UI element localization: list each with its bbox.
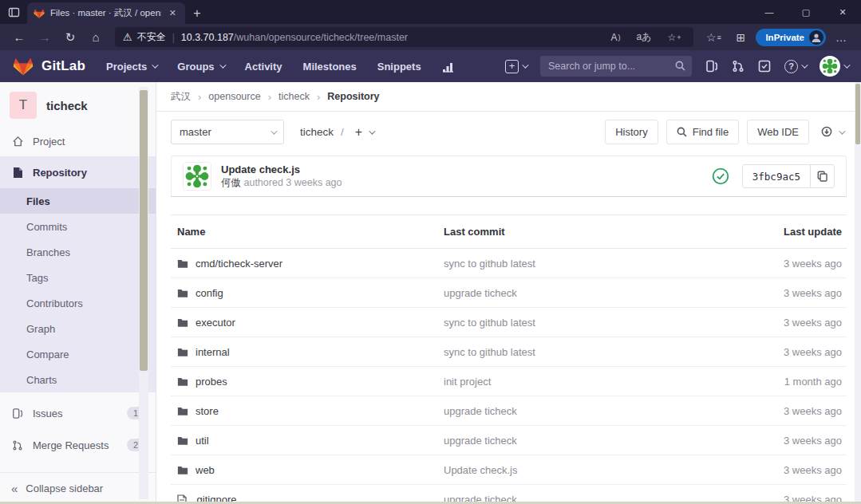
sidebar-item-repository[interactable]: Repository [0, 156, 156, 188]
nav-milestones[interactable]: Milestones [303, 61, 357, 73]
translate-icon[interactable]: aあ [631, 30, 656, 44]
nav-projects[interactable]: Projects [106, 61, 156, 73]
last-commit-link[interactable]: upgrade ticheck [444, 405, 733, 417]
commit-sha-group: 3fbc9ac5 [742, 164, 835, 188]
folder-icon [177, 258, 188, 268]
page-scrollbar[interactable] [855, 82, 861, 504]
sidebar-item-files[interactable]: Files [0, 188, 156, 214]
page-scrollbar-thumb[interactable] [855, 84, 860, 144]
table-row[interactable]: cmd/ticheck-server sync to github latest… [171, 249, 847, 278]
url-field[interactable]: ⚠ 不安全 | 10.3.70.187/wuhan/opensource/tic… [115, 27, 693, 47]
plus-icon: + [355, 125, 362, 140]
tab-actions-icon[interactable] [0, 0, 27, 24]
nav-groups[interactable]: Groups [177, 61, 223, 73]
browser-profile-avatar [809, 30, 823, 45]
table-row[interactable]: probes init project 1 month ago [171, 367, 847, 396]
file-tree-table: Name Last commit Last update cmd/ticheck… [171, 215, 847, 504]
issues-dashboard-icon[interactable] [705, 60, 718, 73]
todos-icon[interactable] [758, 60, 771, 73]
sidebar-item-issues[interactable]: Issues 1 [0, 397, 156, 429]
security-label: 不安全 [137, 30, 166, 44]
last-commit-link[interactable]: sync to github latest [444, 346, 733, 358]
last-update: 3 weeks ago [733, 258, 845, 270]
last-commit-link[interactable]: upgrade ticheck [444, 435, 733, 447]
last-commit-link[interactable]: init project [444, 376, 733, 388]
breadcrumb-subgroup[interactable]: opensource [208, 91, 260, 102]
commit-author-avatar[interactable] [183, 162, 211, 191]
sidebar-item-tags[interactable]: Tags [0, 265, 156, 290]
collections-icon[interactable]: ⊞ [729, 27, 752, 48]
inprivate-badge[interactable]: InPrivate [756, 29, 826, 46]
last-commit-link[interactable]: Update check.js [444, 464, 733, 476]
sidebar-item-branches[interactable]: Branches [0, 239, 156, 265]
refresh-button[interactable]: ↻ [59, 27, 81, 48]
web-ide-button[interactable]: Web IDE [747, 120, 809, 144]
tab-close-icon[interactable]: ✕ [167, 8, 179, 18]
sidebar-item-commits[interactable]: Commits [0, 214, 156, 239]
nav-activity[interactable]: Activity [245, 61, 282, 73]
merge-requests-icon[interactable] [732, 60, 744, 73]
breadcrumb-group[interactable]: 武汉 [171, 90, 191, 104]
sidebar-section-repository: Repository Files Commits Branches Tags C… [0, 156, 156, 392]
history-button[interactable]: History [605, 120, 658, 144]
sidebar-scrollbar[interactable] [139, 87, 148, 499]
window-close-button[interactable]: ✕ [824, 0, 861, 24]
browser-menu-icon[interactable]: … [829, 27, 853, 48]
user-menu-button[interactable] [820, 56, 848, 77]
download-source-dropdown[interactable] [817, 126, 847, 138]
sidebar-scrollbar-thumb[interactable] [140, 90, 148, 371]
sidebar-item-merge-requests[interactable]: Merge Requests 2 [0, 429, 156, 461]
back-button[interactable]: ← [8, 27, 30, 48]
window-minimize-button[interactable]: — [751, 0, 788, 24]
favorites-icon[interactable]: ☆≡ [701, 27, 725, 48]
table-row[interactable]: internal sync to github latest 3 weeks a… [171, 337, 847, 367]
commit-author[interactable]: 何傲 [221, 177, 241, 188]
find-file-button[interactable]: Find file [666, 120, 740, 144]
browser-tab[interactable]: Files · master · 武汉 / opensourc ✕ [27, 2, 185, 24]
security-chip[interactable]: ⚠ 不安全 [123, 30, 166, 44]
breadcrumb-current: Repository [327, 91, 379, 102]
copy-commit-sha-button[interactable] [810, 165, 834, 187]
branch-selector[interactable]: master [171, 120, 284, 144]
table-row[interactable]: store upgrade ticheck 3 weeks ago [171, 396, 847, 426]
gitlab-logo[interactable]: GitLab [13, 57, 85, 77]
commit-sha[interactable]: 3fbc9ac5 [743, 165, 810, 187]
new-menu-button[interactable]: + [505, 60, 527, 73]
project-header[interactable]: T ticheck [0, 82, 156, 127]
nav-snippets[interactable]: Snippets [377, 61, 421, 73]
collapse-sidebar-button[interactable]: « Collapse sidebar [0, 472, 156, 504]
pipeline-status-icon[interactable] [712, 167, 729, 185]
add-favorite-icon[interactable]: ☆+ [662, 32, 685, 43]
commit-title-link[interactable]: Update check.js [221, 163, 342, 177]
folder-icon [177, 465, 188, 474]
table-row[interactable]: executor sync to github latest 3 weeks a… [171, 308, 847, 337]
home-button[interactable]: ⌂ [85, 27, 107, 48]
table-row[interactable]: util upgrade ticheck 3 weeks ago [171, 426, 847, 455]
gitlab-brand-name: GitLab [41, 58, 85, 74]
sidebar-item-charts[interactable]: Charts [0, 367, 156, 392]
sidebar-item-graph[interactable]: Graph [0, 316, 156, 341]
last-commit-link[interactable]: upgrade ticheck [444, 287, 733, 299]
table-row[interactable]: web Update check.js 3 weeks ago [171, 455, 847, 485]
breadcrumb-project[interactable]: ticheck [278, 91, 310, 102]
add-file-dropdown[interactable]: + [355, 125, 373, 140]
sidebar-item-project[interactable]: Project [0, 127, 156, 156]
last-commit-link[interactable]: sync to github latest [444, 258, 733, 270]
read-aloud-icon[interactable]: A) [606, 32, 625, 43]
sidebar-item-contributors[interactable]: Contributors [0, 290, 156, 316]
merge-request-icon [11, 439, 24, 451]
folder-icon [177, 288, 188, 297]
help-menu-button[interactable]: ? [784, 60, 806, 73]
sidebar-item-compare[interactable]: Compare [0, 341, 156, 367]
chevron-down-icon [839, 128, 845, 134]
folder-icon [177, 347, 188, 356]
url-host: 10.3.70.187 [181, 32, 234, 43]
last-commit-link[interactable]: sync to github latest [444, 317, 733, 329]
table-row[interactable]: config upgrade ticheck 3 weeks ago [171, 278, 847, 308]
path-root-link[interactable]: ticheck [300, 126, 334, 138]
stats-chart-icon[interactable] [442, 61, 456, 73]
new-tab-button[interactable]: + [185, 2, 209, 24]
tab-title: Files · master · 武汉 / opensourc [50, 7, 161, 19]
search-input[interactable] [540, 56, 692, 77]
window-maximize-button[interactable]: ▢ [788, 0, 824, 24]
